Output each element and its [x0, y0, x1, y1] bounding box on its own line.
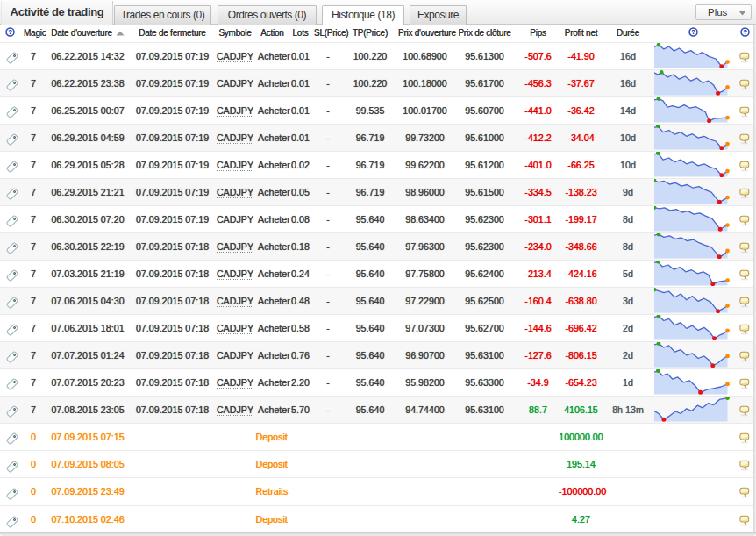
svg-text:?: ?	[744, 29, 747, 35]
svg-text:?: ?	[691, 29, 695, 35]
svg-text:?: ?	[9, 29, 12, 35]
